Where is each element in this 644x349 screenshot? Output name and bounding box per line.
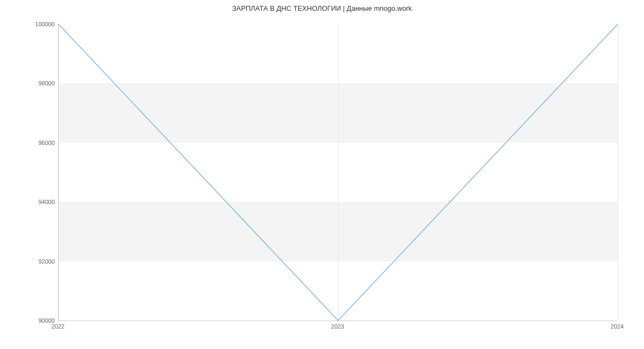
x-tick-label: 2022	[52, 323, 64, 330]
line-layer	[58, 24, 618, 321]
x-tick-label: 2023	[331, 323, 344, 330]
y-tick-label: 94000	[23, 199, 55, 205]
y-tick-label: 90000	[23, 317, 55, 324]
y-tick-label: 92000	[23, 258, 55, 265]
y-tick-label: 96000	[23, 140, 55, 146]
x-tick-label: 2024	[611, 323, 624, 330]
series-line	[58, 24, 618, 321]
plot-area	[58, 24, 618, 321]
y-tick-label: 100000	[23, 21, 55, 27]
x-gridline	[618, 24, 618, 321]
chart-title: ЗАРПЛАТА В ДНС ТЕХНОЛОГИИ | Данные mnogo…	[0, 4, 644, 12]
y-tick-label: 98000	[23, 80, 55, 86]
chart-container: ЗАРПЛАТА В ДНС ТЕХНОЛОГИИ | Данные mnogo…	[0, 0, 644, 349]
